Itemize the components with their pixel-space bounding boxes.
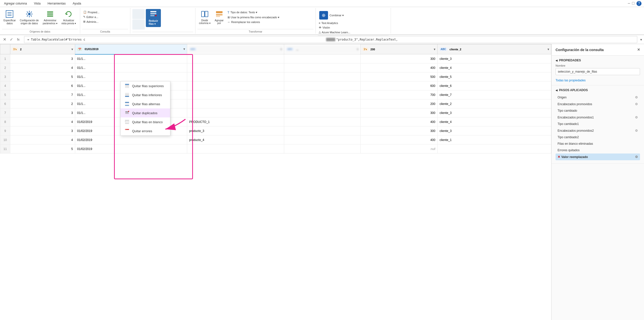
cell-col4 (284, 144, 361, 153)
ribbon-btn-editor[interactable]: ✎ Editor a... (82, 15, 99, 19)
table-row: 9 3 01/02/2019 producto_3 300 cliente_3 (0, 126, 551, 135)
cell-col1: 5 (10, 72, 75, 81)
cell-col5: null (361, 144, 438, 153)
ribbon-btn-dividir[interactable]: Dividircolumna ▾ (197, 9, 212, 26)
ribbon-btn-actualizar[interactable]: Actualizarvista previa ▾ (60, 9, 77, 26)
svg-rect-24 (125, 102, 129, 103)
reduce-rows-dropdown: Quitar filas superiores Quitar filas inf… (120, 81, 170, 136)
formula-input[interactable]: = Table.ReplaceValue(#"Errores c (26, 37, 326, 42)
administrar-icon (46, 10, 54, 18)
menu-item-ayuda[interactable]: Ayuda (71, 1, 83, 6)
cell-col2: 01/1... (75, 54, 187, 63)
menu-item-herramientas[interactable]: Herramientas (46, 1, 67, 6)
cell-col3 (187, 108, 284, 117)
step-label: Valor reemplazado (561, 155, 588, 159)
row-num-cell: 8 (0, 117, 10, 126)
cell-col1: 3 (10, 54, 75, 63)
col2-filter[interactable]: ▾ (183, 47, 185, 51)
svg-rect-26 (125, 105, 129, 106)
cell-col5: 300 (361, 54, 438, 63)
step-label: Origen (558, 96, 567, 99)
formula-expand-btn[interactable]: ▾ (640, 38, 642, 42)
col6-filter[interactable]: ▾ (548, 48, 549, 51)
ribbon-btn-configuracion[interactable]: Configuración deorigen de datos (18, 9, 40, 26)
menu-item-vista[interactable]: Vista (32, 1, 42, 6)
step-gear-btn[interactable]: ⚙ (635, 95, 638, 99)
help-icon[interactable]: ? (636, 1, 641, 6)
ribbon-btn-adminis[interactable]: ⊞ Adminis... (82, 20, 99, 24)
applied-step-item[interactable]: Encabezados promovidos2⚙ (556, 127, 640, 134)
cell-col4 (284, 90, 361, 99)
maximize-icon[interactable]: □ (632, 1, 634, 6)
ctx-quitar-superiores[interactable]: Quitar filas superiores (121, 81, 170, 90)
step-gear-btn[interactable]: ⚙ (635, 115, 638, 119)
agrupar-icon (215, 10, 223, 18)
cell-col4 (284, 117, 361, 126)
ribbon-btn-reemplazar[interactable]: ↔ Reemplazar los valores (227, 20, 280, 24)
row-num-header (0, 44, 10, 54)
menu-item-agregar[interactable]: Agregar columna (3, 1, 28, 6)
row-num-cell: 7 (0, 108, 10, 117)
applied-step-item[interactable]: Encabezados promovidos⚙ (556, 101, 640, 107)
col-header-5: 1²₃ 200 ▾ (361, 44, 438, 54)
combinar-icon: ⊕ (319, 11, 328, 20)
applied-step-item[interactable]: Filas en blanco eliminadas (556, 140, 640, 147)
cell-col4 (284, 72, 361, 81)
applied-step-item[interactable]: Origen⚙ (556, 94, 640, 101)
applied-step-item[interactable]: Tipo cambiado1 (556, 121, 640, 127)
col5-filter[interactable]: ▾ (434, 48, 435, 51)
svg-rect-8 (150, 11, 156, 12)
applied-step-item[interactable]: ✕Valor reemplazado⚙ (556, 153, 640, 160)
cell-col5: 400 (361, 117, 438, 126)
actualizar-icon (65, 10, 73, 18)
ribbon-section-ia: ⊕ Combinar ▾ ≡ Configuración de la consu… (316, 8, 391, 34)
ribbon-btn-administrar[interactable]: Administrarparámetros ▾ (41, 9, 59, 26)
especificar-icon (6, 10, 14, 18)
col-header-4: ABC ... ▾ (284, 44, 361, 54)
col3-filter[interactable]: ▾ (280, 48, 282, 51)
properties-section: PROPIEDADES Nombre Todas las propiedades (552, 56, 644, 85)
minimize-icon[interactable]: – (628, 1, 630, 6)
ribbon-btn-primera-fila[interactable]: ⊞ Usar la primera fila como encabezado ▾ (227, 15, 280, 20)
ribbon-btn-agrupar[interactable]: Agruparpor (213, 9, 226, 26)
step-remove-btn[interactable]: ✕ (558, 155, 560, 159)
row-num-cell: 3 (0, 72, 10, 81)
ribbon-btn-vision[interactable]: 👁 Visión (318, 26, 331, 30)
step-gear-btn[interactable]: ⚙ (635, 129, 638, 132)
panel-title: Configuración de la consulta (556, 48, 604, 52)
cell-col5: 500 (361, 72, 438, 81)
ctx-quitar-alternas[interactable]: Quitar filas alternas (121, 99, 170, 108)
applied-step-item[interactable]: Errores quitados (556, 147, 640, 153)
ctx-quitar-blanco[interactable]: Quitar filas en blanco (121, 117, 170, 126)
cell-col5: 300 (361, 126, 438, 135)
panel-close-btn[interactable]: × (637, 47, 640, 52)
ribbon-btn-azure[interactable]: △ Azure Machine Learn... (318, 30, 351, 34)
ctx-quitar-errores[interactable]: Quitar errores (121, 126, 170, 135)
applied-step-item[interactable]: Tipo cambiado2 (556, 134, 640, 140)
ribbon-btn-combinar[interactable]: ⊕ Combinar ▾ (318, 10, 345, 21)
query-name-input[interactable] (556, 68, 640, 75)
applied-step-item[interactable]: Tipo cambiado (556, 107, 640, 114)
applied-step-item[interactable]: Encabezados promovidos1⚙ (556, 114, 640, 121)
col1-filter[interactable]: ▾ (71, 48, 73, 51)
ribbon-btn-especificar[interactable]: Especificardatos (2, 9, 17, 26)
all-properties-link[interactable]: Todas las propiedades (556, 79, 586, 82)
ribbon-btn-reducir-filas[interactable]: Reducirfilas ▾ (146, 9, 161, 27)
consulta-label: Consulta (82, 29, 128, 34)
formula-confirm-btn[interactable]: ✓ (9, 37, 14, 42)
step-gear-btn[interactable]: ⚙ (635, 102, 638, 106)
ribbon-section-transformar: Dividircolumna ▾ Agruparpor T Tipo de da… (195, 8, 316, 34)
ribbon-btn-propiedades[interactable]: 📋 Propied... (82, 10, 100, 14)
reemplazar-icon: ↔ (228, 21, 230, 24)
row-num-cell: 6 (0, 99, 10, 108)
svg-rect-33 (125, 123, 129, 124)
cell-col1: 2 (10, 99, 75, 108)
dividir-icon (201, 10, 209, 18)
col4-filter[interactable]: ▾ (357, 48, 358, 51)
ribbon-btn-text-analytics[interactable]: ≡ Configuración de la consulta Text Anal… (318, 21, 339, 25)
step-gear-btn[interactable]: ⚙ (635, 155, 638, 159)
ribbon-btn-tipo-datos[interactable]: T Tipo de datos: Texto ▾ (227, 10, 280, 15)
formula-cancel-btn[interactable]: ✕ (2, 37, 7, 42)
ctx-quitar-duplicados[interactable]: Quitar duplicados (121, 108, 170, 117)
ctx-quitar-inferiores[interactable]: Quitar filas inferiores (121, 90, 170, 99)
